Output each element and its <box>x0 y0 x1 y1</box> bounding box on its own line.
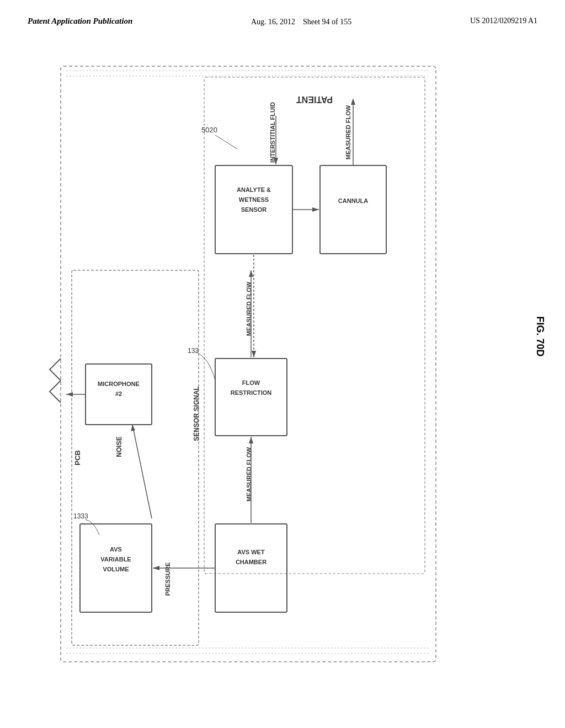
svg-rect-11 <box>215 524 287 612</box>
svg-text:FLOW: FLOW <box>242 379 260 386</box>
svg-text:PCB: PCB <box>73 450 82 465</box>
svg-line-47 <box>132 425 152 518</box>
svg-text:INTERSTITIAL FLUID: INTERSTITIAL FLUID <box>269 102 276 163</box>
svg-text:1333: 1333 <box>73 512 88 520</box>
svg-text:PATIENT: PATIENT <box>296 95 333 104</box>
diagram-area: PCB PATIENT 5020 AVS VARIABLE VOLUME AVS… <box>0 39 565 700</box>
patent-number: US 2012/0209219 A1 <box>470 17 537 25</box>
svg-marker-40 <box>252 351 256 357</box>
svg-rect-3 <box>204 77 425 574</box>
svg-text:VARIABLE: VARIABLE <box>100 556 131 563</box>
svg-text:SENSOR SIGNAL: SENSOR SIGNAL <box>193 386 200 441</box>
svg-text:CANNULA: CANNULA <box>338 197 368 204</box>
sheet-info: Aug. 16, 2012 Sheet 94 of 155 <box>251 17 351 28</box>
diagram-svg: PCB PATIENT 5020 AVS VARIABLE VOLUME AVS… <box>0 39 565 700</box>
svg-text:SENSOR: SENSOR <box>241 206 267 213</box>
svg-text:MEASURED FLOW: MEASURED FLOW <box>345 105 351 159</box>
svg-marker-38 <box>312 207 319 212</box>
svg-text:5020: 5020 <box>201 126 217 134</box>
svg-text:NOISE: NOISE <box>115 436 123 457</box>
svg-text:133: 133 <box>188 347 199 355</box>
svg-text:ANALYTE &: ANALYTE & <box>237 186 271 193</box>
svg-text:AVS: AVS <box>110 546 122 553</box>
svg-marker-50 <box>66 392 73 397</box>
publication-label: Patent Application Publication <box>28 17 132 26</box>
svg-text:AVS WET: AVS WET <box>237 549 265 555</box>
svg-marker-42 <box>249 270 253 277</box>
figure-label: FIG. 70D <box>534 316 546 356</box>
svg-marker-44 <box>249 437 253 443</box>
svg-text:WETNESS: WETNESS <box>239 196 269 203</box>
page-header: Patent Application Publication Aug. 16, … <box>0 0 565 33</box>
svg-rect-14 <box>215 358 287 436</box>
svg-marker-34 <box>351 98 355 105</box>
svg-text:CHAMBER: CHAMBER <box>236 559 266 565</box>
svg-text:PRESSURE: PRESSURE <box>164 562 171 596</box>
svg-rect-24 <box>320 165 386 254</box>
svg-text:MICROPHONE: MICROPHONE <box>98 381 140 387</box>
svg-text:#2: #2 <box>115 390 122 397</box>
svg-line-6 <box>215 135 237 149</box>
svg-text:VOLUME: VOLUME <box>103 566 129 572</box>
svg-marker-46 <box>153 566 159 570</box>
svg-rect-1 <box>72 270 199 645</box>
svg-text:RESTRICTION: RESTRICTION <box>231 389 272 396</box>
